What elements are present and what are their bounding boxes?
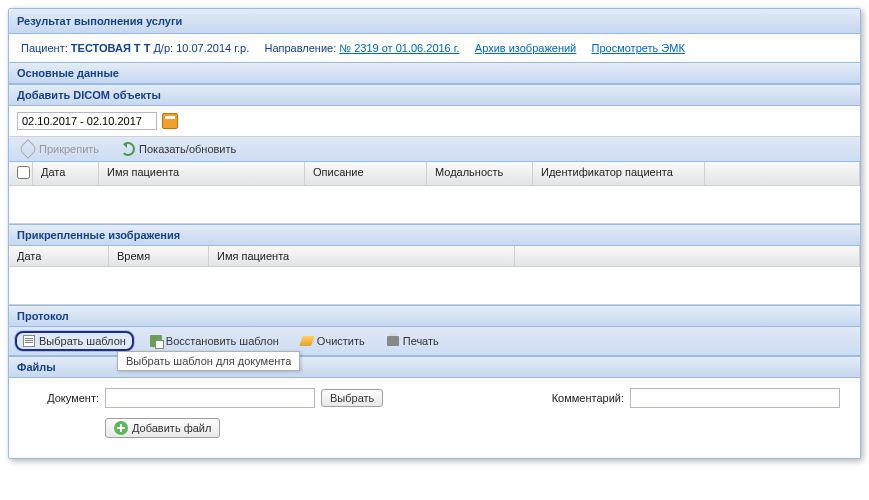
paperclip-icon: [18, 139, 38, 159]
attach-label: Прикрепить: [39, 143, 99, 155]
restore-icon: [150, 335, 162, 347]
files-area: Документ: Выбрать Комментарий: Добавить …: [9, 378, 860, 458]
document-input[interactable]: [105, 388, 315, 408]
dicom-toolbar: Прикрепить Показать/обновить: [9, 137, 860, 162]
dob-suffix: г.р.: [234, 42, 249, 54]
window-title: Результат выполнения услуги: [9, 9, 860, 34]
add-file-row: Добавить файл: [29, 418, 840, 438]
col-description[interactable]: Описание: [305, 162, 427, 185]
checkbox-header[interactable]: [9, 162, 33, 185]
direction-link[interactable]: № 2319 от 01.06.2016 г.: [339, 42, 459, 54]
choose-template-button[interactable]: Выбрать шаблон: [15, 331, 134, 351]
document-label: Документ:: [29, 392, 99, 404]
date-range-input[interactable]: [17, 112, 157, 130]
dob-value: 10.07.2014: [176, 42, 231, 54]
add-file-label: Добавить файл: [132, 422, 211, 434]
select-all-checkbox[interactable]: [17, 166, 30, 179]
service-result-window: Результат выполнения услуги Пациент: ТЕС…: [8, 8, 861, 459]
attach-button: Прикрепить: [15, 140, 105, 158]
broom-icon: [299, 336, 315, 346]
date-range-row: [9, 106, 860, 137]
comment-label: Комментарий:: [552, 392, 624, 404]
direction-label: Направление:: [264, 42, 336, 54]
col2-date[interactable]: Дата: [9, 246, 109, 266]
section-add-dicom: Добавить DICOM объекты: [9, 84, 860, 106]
section-protocol: Протокол: [9, 305, 860, 327]
dicom-grid-body: [9, 186, 860, 224]
archive-link[interactable]: Архив изображений: [475, 42, 576, 54]
col-empty: [705, 162, 860, 185]
col2-time[interactable]: Время: [109, 246, 209, 266]
protocol-toolbar: Выбрать шаблон Восстановить шаблон Очист…: [9, 327, 860, 356]
refresh-label: Показать/обновить: [139, 143, 236, 155]
tooltip: Выбрать шаблон для документа: [117, 351, 300, 371]
comment-input[interactable]: [630, 388, 840, 408]
patient-info-row: Пациент: ТЕСТОВАЯ Т Т Д/р: 10.07.2014 г.…: [9, 34, 860, 62]
col2-empty: [515, 246, 860, 266]
calendar-icon[interactable]: [162, 113, 178, 129]
print-label: Печать: [403, 335, 439, 347]
print-button[interactable]: Печать: [381, 333, 445, 349]
clear-button[interactable]: Очистить: [295, 333, 371, 349]
dob-label: Д/р:: [153, 42, 173, 54]
add-file-button[interactable]: Добавить файл: [105, 418, 220, 438]
refresh-button[interactable]: Показать/обновить: [115, 140, 242, 158]
plus-icon: [114, 421, 128, 435]
restore-template-label: Восстановить шаблон: [166, 335, 279, 347]
choose-template-label: Выбрать шаблон: [39, 335, 126, 347]
dicom-grid-header: Дата Имя пациента Описание Модальность И…: [9, 162, 860, 186]
patient-label: Пациент:: [21, 42, 68, 54]
attached-grid-body: [9, 267, 860, 305]
col-modality[interactable]: Модальность: [427, 162, 533, 185]
section-main-data: Основные данные: [9, 62, 860, 84]
patient-name: ТЕСТОВАЯ Т Т: [71, 42, 151, 54]
clear-label: Очистить: [317, 335, 365, 347]
emk-link[interactable]: Просмотреть ЭМК: [592, 42, 685, 54]
col-patient-id[interactable]: Идентификатор пациента: [533, 162, 705, 185]
col-date[interactable]: Дата: [33, 162, 99, 185]
col-patient-name[interactable]: Имя пациента: [99, 162, 305, 185]
attached-grid-header: Дата Время Имя пациента: [9, 246, 860, 267]
template-icon: [23, 335, 35, 347]
refresh-icon: [121, 142, 135, 156]
col2-patient-name[interactable]: Имя пациента: [209, 246, 515, 266]
choose-file-button[interactable]: Выбрать: [321, 389, 383, 407]
file-form-row: Документ: Выбрать Комментарий:: [29, 388, 840, 408]
section-attached-images: Прикрепленные изображения: [9, 224, 860, 246]
printer-icon: [387, 336, 399, 346]
restore-template-button[interactable]: Восстановить шаблон: [144, 333, 285, 349]
